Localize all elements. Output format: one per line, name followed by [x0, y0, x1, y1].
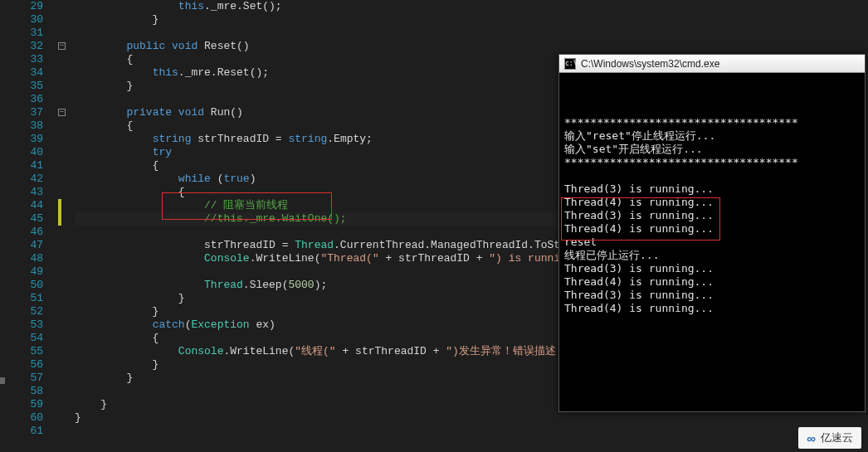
watermark-text: 亿速云: [821, 430, 853, 445]
code-line[interactable]: string strThreadID = string.Empty;: [75, 133, 612, 146]
code-line[interactable]: }: [75, 305, 612, 318]
console-line: 输入"reset"停止线程运行...: [564, 129, 860, 143]
line-number: 33: [0, 53, 43, 66]
code-line[interactable]: this._mre.Set();: [75, 0, 612, 13]
code-line[interactable]: [75, 265, 612, 279]
code-line[interactable]: {: [75, 53, 612, 66]
line-number: 54: [0, 332, 43, 345]
cmd-icon: c:\: [564, 58, 576, 70]
watermark-logo-icon: ∞: [807, 431, 816, 445]
line-number: 57: [0, 372, 43, 385]
line-number: 47: [0, 239, 43, 252]
fold-toggle[interactable]: −: [58, 42, 66, 50]
code-line[interactable]: }: [75, 358, 612, 372]
code-line[interactable]: }: [75, 13, 612, 27]
scroll-indicator: [0, 377, 5, 384]
console-line: 线程已停止运行...: [564, 249, 860, 262]
line-number: 36: [0, 93, 43, 106]
cmd-title: C:\Windows\system32\cmd.exe: [581, 58, 719, 70]
console-line: Thread(4) is running...: [564, 196, 860, 209]
line-number: 31: [0, 27, 43, 40]
line-number: 59: [0, 398, 43, 411]
console-line: ************************************: [564, 156, 860, 169]
watermark: ∞ 亿速云: [798, 427, 861, 449]
line-number: 40: [0, 146, 43, 159]
line-number: 58: [0, 385, 43, 398]
console-line: Thread(3) is running...: [564, 262, 860, 275]
code-line[interactable]: [75, 27, 612, 40]
code-line[interactable]: [75, 93, 612, 106]
console-line: Thread(3) is running...: [564, 182, 860, 196]
code-line[interactable]: }: [75, 372, 612, 385]
line-number: 60: [0, 411, 43, 425]
code-area[interactable]: this._mre.Set(); } public void Reset() {…: [58, 0, 612, 452]
line-number: 55: [0, 345, 43, 358]
code-line[interactable]: strThreadID = Thread.CurrentThread.Manag…: [75, 239, 612, 252]
code-line[interactable]: [75, 226, 612, 239]
code-line[interactable]: Console.WriteLine("Thread(" + strThreadI…: [75, 252, 612, 265]
console-line: Thread(3) is running...: [564, 209, 860, 222]
code-line[interactable]: }: [75, 411, 612, 425]
change-marker: [58, 199, 61, 226]
line-number: 30: [0, 13, 43, 27]
line-number: 41: [0, 159, 43, 173]
code-line[interactable]: {: [75, 332, 612, 345]
code-line[interactable]: catch(Exception ex): [75, 318, 612, 332]
code-line[interactable]: {: [75, 186, 612, 199]
code-line[interactable]: Thread.Sleep(5000);: [75, 279, 612, 292]
console-line: Thread(4) is running...: [564, 275, 860, 289]
code-line[interactable]: this._mre.Reset();: [75, 66, 612, 80]
line-number-gutter: 2930313233343536373839404142434445464748…: [0, 0, 58, 452]
fold-toggle[interactable]: −: [58, 109, 66, 116]
code-line[interactable]: {: [75, 119, 612, 133]
line-number: 39: [0, 133, 43, 146]
code-line[interactable]: }: [75, 398, 612, 411]
console-line: ************************************: [564, 116, 860, 129]
code-line[interactable]: public void Reset(): [75, 40, 612, 53]
line-number: 53: [0, 318, 43, 332]
code-line[interactable]: }: [75, 80, 612, 93]
line-number: 38: [0, 119, 43, 133]
line-number: 34: [0, 66, 43, 80]
line-number: 56: [0, 358, 43, 372]
line-number: 61: [0, 425, 43, 438]
fold-column: −−: [58, 0, 70, 452]
line-number: 35: [0, 80, 43, 93]
line-number: 49: [0, 265, 43, 279]
cmd-body: ************************************输入"r…: [559, 73, 865, 318]
code-line[interactable]: {: [75, 159, 612, 173]
console-line: Thread(4) is running...: [564, 222, 860, 236]
code-line[interactable]: //this._mre.WaitOne();: [75, 212, 612, 226]
line-number: 52: [0, 305, 43, 318]
code-line[interactable]: }: [75, 292, 612, 305]
console-line: Thread(4) is running...: [564, 302, 860, 315]
code-line[interactable]: while (true): [75, 173, 612, 186]
line-number: 51: [0, 292, 43, 305]
console-line: [564, 169, 860, 182]
code-line[interactable]: try: [75, 146, 612, 159]
line-number: 44: [0, 199, 43, 212]
cmd-titlebar[interactable]: c:\ C:\Windows\system32\cmd.exe: [559, 55, 865, 73]
line-number: 43: [0, 186, 43, 199]
line-number: 42: [0, 173, 43, 186]
code-line[interactable]: [75, 385, 612, 398]
code-line[interactable]: // 阻塞当前线程: [75, 199, 612, 212]
cmd-window[interactable]: c:\ C:\Windows\system32\cmd.exe ********…: [558, 54, 866, 412]
line-number: 46: [0, 226, 43, 239]
line-number: 37: [0, 106, 43, 119]
console-line: Thread(3) is running...: [564, 289, 860, 302]
console-line: reset: [564, 236, 860, 249]
line-number: 32: [0, 40, 43, 53]
code-line[interactable]: Console.WriteLine("线程(" + strThreadID + …: [75, 345, 612, 358]
console-line: 输入"set"开启线程运行...: [564, 143, 860, 156]
line-number: 48: [0, 252, 43, 265]
line-number: 50: [0, 279, 43, 292]
line-number: 29: [0, 0, 43, 13]
line-number: 45: [0, 212, 43, 226]
code-line[interactable]: [75, 425, 612, 438]
code-line[interactable]: private void Run(): [75, 106, 612, 119]
